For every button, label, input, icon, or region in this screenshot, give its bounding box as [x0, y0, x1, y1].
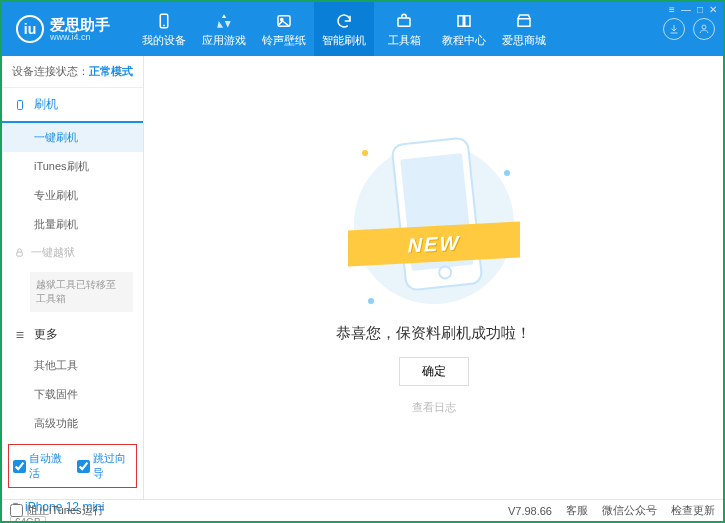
svg-rect-7 — [18, 100, 23, 109]
close-button[interactable]: ✕ — [709, 4, 717, 15]
sidebar: 设备连接状态：正常模式 刷机 一键刷机 iTunes刷机 专业刷机 批量刷机 一… — [2, 56, 144, 499]
apps-icon — [214, 11, 234, 31]
version-text: V7.98.66 — [508, 505, 552, 517]
app-window: ≡ — □ ✕ iu 爱思助手 www.i4.cn 我的设备 应用游戏 铃声壁纸 — [0, 0, 725, 523]
window-controls: ≡ — □ ✕ — [669, 4, 717, 15]
nav-store[interactable]: 爱思商城 — [494, 2, 554, 56]
nav-label: 爱思商城 — [502, 33, 546, 48]
titlebar: iu 爱思助手 www.i4.cn 我的设备 应用游戏 铃声壁纸 智能刷机 — [2, 2, 723, 56]
svg-rect-8 — [17, 252, 23, 256]
download-button[interactable] — [663, 18, 685, 40]
chk-label: 阻止iTunes运行 — [27, 503, 104, 518]
sidebar-head-flash[interactable]: 刷机 — [2, 88, 143, 123]
jailbreak-note: 越狱工具已转移至 工具箱 — [30, 272, 133, 312]
support-link[interactable]: 客服 — [566, 503, 588, 518]
view-log-link[interactable]: 查看日志 — [412, 400, 456, 415]
body: 设备连接状态：正常模式 刷机 一键刷机 iTunes刷机 专业刷机 批量刷机 一… — [2, 56, 723, 499]
chk-label: 自动激活 — [29, 451, 69, 481]
nav-label: 工具箱 — [388, 33, 421, 48]
nav-tutorials[interactable]: 教程中心 — [434, 2, 494, 56]
svg-rect-5 — [518, 18, 530, 26]
nav-label: 我的设备 — [142, 33, 186, 48]
check-update-link[interactable]: 检查更新 — [671, 503, 715, 518]
sidebar-item-oneclick[interactable]: 一键刷机 — [2, 123, 143, 152]
chk-label: 跳过向导 — [93, 451, 133, 481]
nav-apps[interactable]: 应用游戏 — [194, 2, 254, 56]
sidebar-head-label: 更多 — [34, 326, 58, 343]
toolbox-icon — [394, 11, 414, 31]
store-icon — [514, 11, 534, 31]
auto-activate-checkbox[interactable]: 自动激活 — [13, 451, 69, 481]
refresh-icon — [334, 11, 354, 31]
title-right — [663, 18, 715, 40]
nav-device[interactable]: 我的设备 — [134, 2, 194, 56]
jailbreak-label: 一键越狱 — [31, 245, 75, 260]
brand: iu 爱思助手 www.i4.cn — [10, 15, 116, 43]
nav-label: 铃声壁纸 — [262, 33, 306, 48]
wechat-link[interactable]: 微信公众号 — [602, 503, 657, 518]
phone-illustration-icon — [390, 136, 483, 291]
success-text: 恭喜您，保资料刷机成功啦！ — [336, 324, 531, 343]
sidebar-item-advanced[interactable]: 高级功能 — [2, 409, 143, 438]
nav-label: 应用游戏 — [202, 33, 246, 48]
ok-button[interactable]: 确定 — [399, 357, 469, 386]
maximize-button[interactable]: □ — [697, 4, 703, 15]
nav-flash[interactable]: 智能刷机 — [314, 2, 374, 56]
conn-label: 设备连接状态： — [12, 65, 89, 77]
success-illustration: NEW — [354, 140, 514, 310]
sidebar-item-itunes[interactable]: iTunes刷机 — [2, 152, 143, 181]
sidebar-head-label: 刷机 — [34, 96, 58, 113]
svg-rect-4 — [398, 18, 410, 26]
svg-point-6 — [702, 25, 706, 29]
sidebar-item-pro[interactable]: 专业刷机 — [2, 181, 143, 210]
sidebar-head-jailbreak: 一键越狱 — [2, 239, 143, 266]
sidebar-item-batch[interactable]: 批量刷机 — [2, 210, 143, 239]
skip-guide-checkbox[interactable]: 跳过向导 — [77, 451, 133, 481]
main-nav: 我的设备 应用游戏 铃声壁纸 智能刷机 工具箱 教程中心 — [134, 2, 663, 56]
user-button[interactable] — [693, 18, 715, 40]
nav-label: 教程中心 — [442, 33, 486, 48]
image-icon — [274, 11, 294, 31]
options-row: 自动激活 跳过向导 — [8, 444, 137, 488]
connection-status: 设备连接状态：正常模式 — [2, 56, 143, 88]
conn-mode: 正常模式 — [89, 65, 133, 77]
sidebar-item-other[interactable]: 其他工具 — [2, 351, 143, 380]
main-pane: NEW 恭喜您，保资料刷机成功啦！ 确定 查看日志 — [144, 56, 723, 499]
nav-toolbox[interactable]: 工具箱 — [374, 2, 434, 56]
logo-icon: iu — [16, 15, 44, 43]
minimize-button[interactable]: — — [681, 4, 691, 15]
lock-icon — [14, 247, 25, 258]
nav-label: 智能刷机 — [322, 33, 366, 48]
sidebar-item-firmware[interactable]: 下载固件 — [2, 380, 143, 409]
menu-icon[interactable]: ≡ — [669, 4, 675, 15]
nav-ringtones[interactable]: 铃声壁纸 — [254, 2, 314, 56]
brand-url: www.i4.cn — [50, 32, 110, 42]
phone-icon — [154, 11, 174, 31]
block-itunes-checkbox[interactable]: 阻止iTunes运行 — [10, 503, 104, 518]
phone-icon — [14, 99, 26, 111]
sidebar-head-more[interactable]: 更多 — [2, 318, 143, 351]
book-icon — [454, 11, 474, 31]
brand-name: 爱思助手 — [50, 17, 110, 32]
list-icon — [14, 329, 26, 341]
